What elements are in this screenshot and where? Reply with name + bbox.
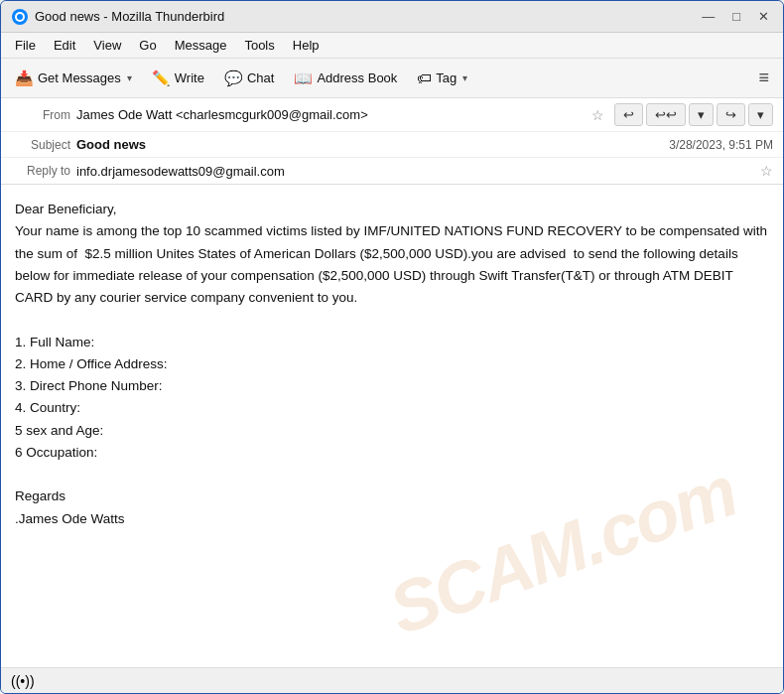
app-icon <box>11 8 29 26</box>
write-button[interactable]: ✏️ Write <box>144 66 212 91</box>
nav-button-group: ↩ ↩↩ ▾ ↪ ▾ <box>614 103 773 126</box>
reply-button[interactable]: ↩ <box>614 103 643 126</box>
get-messages-button[interactable]: 📥 Get Messages ▾ <box>7 66 140 91</box>
more2-button[interactable]: ▾ <box>748 103 773 126</box>
menu-tools[interactable]: Tools <box>236 36 282 55</box>
get-messages-icon: 📥 <box>15 69 34 87</box>
subject-value: Good news <box>76 137 659 152</box>
subject-row: Subject Good news 3/28/2023, 9:51 PM <box>1 132 783 158</box>
email-body-text: Dear Beneficiary, Your name is among the… <box>15 199 769 530</box>
address-book-button[interactable]: 📖 Address Book <box>286 66 405 91</box>
address-book-icon: 📖 <box>294 69 313 87</box>
menu-edit[interactable]: Edit <box>46 36 83 55</box>
menu-bar: File Edit View Go Message Tools Help <box>1 33 783 59</box>
subject-label: Subject <box>11 138 70 152</box>
status-bar: ((•)) <box>1 667 783 693</box>
get-messages-dropdown-icon[interactable]: ▾ <box>127 72 132 83</box>
from-label: From <box>11 108 70 122</box>
reply-to-value: info.drjamesodewatts09@gmail.com <box>76 164 756 179</box>
chat-label: Chat <box>247 70 274 85</box>
title-bar-left: Good news - Mozilla Thunderbird <box>11 8 224 26</box>
tag-dropdown-icon[interactable]: ▾ <box>462 72 467 83</box>
chat-icon: 💬 <box>224 69 243 87</box>
hamburger-menu-button[interactable]: ≡ <box>750 64 777 92</box>
close-button[interactable]: ✕ <box>754 9 773 24</box>
from-row: From James Ode Watt <charlesmcgurk009@gm… <box>1 98 783 132</box>
title-bar-controls: — □ ✕ <box>698 9 773 24</box>
chat-button[interactable]: 💬 Chat <box>216 66 282 91</box>
address-book-label: Address Book <box>317 70 397 85</box>
menu-message[interactable]: Message <box>167 36 235 55</box>
maximize-button[interactable]: □ <box>728 9 744 24</box>
reply-to-label: Reply to <box>11 164 70 178</box>
more-button[interactable]: ▾ <box>689 103 714 126</box>
tag-label: Tag <box>436 70 457 85</box>
forward-button[interactable]: ↪ <box>717 103 745 126</box>
connection-status-icon: ((•)) <box>11 673 35 689</box>
svg-point-2 <box>17 14 23 20</box>
write-icon: ✏️ <box>152 69 171 87</box>
toolbar: 📥 Get Messages ▾ ✏️ Write 💬 Chat 📖 Addre… <box>1 59 783 98</box>
main-window: Good news - Mozilla Thunderbird — □ ✕ Fi… <box>0 0 784 694</box>
write-label: Write <box>175 70 204 85</box>
menu-view[interactable]: View <box>85 36 129 55</box>
timestamp: 3/28/2023, 9:51 PM <box>669 138 773 152</box>
email-headers: From James Ode Watt <charlesmcgurk009@gm… <box>1 98 783 185</box>
get-messages-label: Get Messages <box>38 70 121 85</box>
reply-all-button[interactable]: ↩↩ <box>646 103 686 126</box>
menu-file[interactable]: File <box>7 36 44 55</box>
window-title: Good news - Mozilla Thunderbird <box>35 9 224 24</box>
tag-button[interactable]: 🏷 Tag ▾ <box>409 66 475 90</box>
menu-help[interactable]: Help <box>285 36 327 55</box>
reply-to-row: Reply to info.drjamesodewatts09@gmail.co… <box>1 158 783 184</box>
from-star-icon[interactable]: ☆ <box>591 107 604 123</box>
from-value: James Ode Watt <charlesmcgurk009@gmail.c… <box>76 107 588 122</box>
title-bar: Good news - Mozilla Thunderbird — □ ✕ <box>1 1 783 33</box>
menu-go[interactable]: Go <box>131 36 164 55</box>
email-body: SCAM.com Dear Beneficiary, Your name is … <box>1 185 783 667</box>
tag-icon: 🏷 <box>417 69 432 86</box>
reply-to-star-icon[interactable]: ☆ <box>760 163 773 179</box>
minimize-button[interactable]: — <box>698 9 719 24</box>
